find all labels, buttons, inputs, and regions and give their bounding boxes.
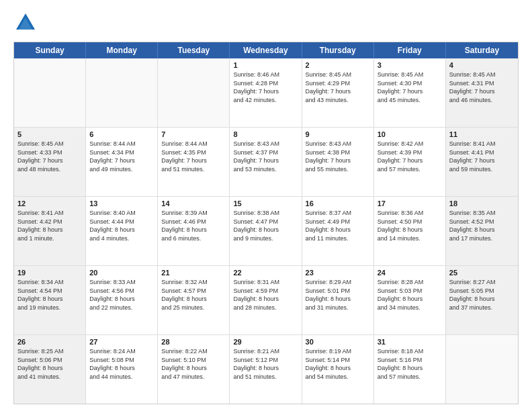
calendar-day-22: 22Sunrise: 8:31 AM Sunset: 4:59 PM Dayli…	[230, 266, 302, 334]
calendar-day-31: 31Sunrise: 8:18 AM Sunset: 5:16 PM Dayli…	[374, 335, 446, 404]
calendar-day-25: 25Sunrise: 8:27 AM Sunset: 5:05 PM Dayli…	[446, 266, 518, 334]
day-number: 1	[233, 61, 298, 69]
calendar-day-18: 18Sunrise: 8:35 AM Sunset: 4:52 PM Dayli…	[446, 197, 518, 265]
day-number: 30	[306, 338, 370, 346]
day-info: Sunrise: 8:33 AM Sunset: 4:56 PM Dayligh…	[89, 278, 154, 312]
day-info: Sunrise: 8:22 AM Sunset: 5:10 PM Dayligh…	[161, 347, 226, 381]
day-info: Sunrise: 8:24 AM Sunset: 5:08 PM Dayligh…	[89, 347, 154, 381]
calendar-day-8: 8Sunrise: 8:43 AM Sunset: 4:37 PM Daylig…	[230, 128, 302, 196]
calendar-empty-cell	[446, 335, 518, 404]
logo-icon	[13, 11, 38, 35]
calendar-day-15: 15Sunrise: 8:38 AM Sunset: 4:47 PM Dayli…	[230, 197, 302, 265]
day-number: 8	[233, 130, 298, 138]
day-number: 12	[17, 199, 82, 208]
day-number: 7	[161, 130, 226, 138]
day-number: 31	[378, 338, 442, 346]
day-number: 10	[378, 130, 442, 138]
calendar-day-19: 19Sunrise: 8:34 AM Sunset: 4:54 PM Dayli…	[14, 266, 86, 334]
day-info: Sunrise: 8:28 AM Sunset: 5:03 PM Dayligh…	[378, 278, 442, 312]
calendar-day-23: 23Sunrise: 8:29 AM Sunset: 5:01 PM Dayli…	[302, 266, 374, 334]
day-number: 25	[449, 269, 515, 277]
calendar-day-24: 24Sunrise: 8:28 AM Sunset: 5:03 PM Dayli…	[374, 266, 446, 334]
calendar-header-row: SundayMondayTuesdayWednesdayThursdayFrid…	[14, 42, 518, 58]
day-info: Sunrise: 8:41 AM Sunset: 4:42 PM Dayligh…	[17, 209, 82, 242]
logo	[13, 11, 40, 35]
calendar-day-29: 29Sunrise: 8:21 AM Sunset: 5:12 PM Dayli…	[230, 335, 302, 404]
calendar-day-9: 9Sunrise: 8:43 AM Sunset: 4:38 PM Daylig…	[302, 128, 374, 196]
calendar-day-12: 12Sunrise: 8:41 AM Sunset: 4:42 PM Dayli…	[14, 197, 86, 265]
day-info: Sunrise: 8:34 AM Sunset: 4:54 PM Dayligh…	[17, 278, 82, 312]
header	[13, 11, 519, 35]
day-number: 29	[233, 338, 298, 346]
day-info: Sunrise: 8:45 AM Sunset: 4:29 PM Dayligh…	[306, 71, 370, 104]
calendar: SundayMondayTuesdayWednesdayThursdayFrid…	[13, 42, 519, 404]
day-info: Sunrise: 8:44 AM Sunset: 4:35 PM Dayligh…	[161, 140, 226, 173]
calendar-day-13: 13Sunrise: 8:40 AM Sunset: 4:44 PM Dayli…	[86, 197, 158, 265]
day-info: Sunrise: 8:25 AM Sunset: 5:06 PM Dayligh…	[17, 347, 82, 381]
calendar-empty-cell	[86, 58, 158, 127]
calendar-week-4: 26Sunrise: 8:25 AM Sunset: 5:06 PM Dayli…	[14, 335, 518, 404]
day-number: 11	[449, 130, 515, 138]
day-info: Sunrise: 8:38 AM Sunset: 4:47 PM Dayligh…	[233, 209, 298, 242]
header-day-saturday: Saturday	[446, 42, 518, 58]
calendar-day-26: 26Sunrise: 8:25 AM Sunset: 5:06 PM Dayli…	[14, 335, 86, 404]
day-number: 5	[17, 130, 82, 138]
calendar-day-28: 28Sunrise: 8:22 AM Sunset: 5:10 PM Dayli…	[158, 335, 230, 404]
calendar-empty-cell	[14, 58, 86, 127]
calendar-day-20: 20Sunrise: 8:33 AM Sunset: 4:56 PM Dayli…	[86, 266, 158, 334]
day-info: Sunrise: 8:44 AM Sunset: 4:34 PM Dayligh…	[89, 140, 154, 173]
calendar-week-0: 1Sunrise: 8:46 AM Sunset: 4:28 PM Daylig…	[14, 58, 518, 128]
day-info: Sunrise: 8:43 AM Sunset: 4:37 PM Dayligh…	[233, 140, 298, 173]
calendar-day-21: 21Sunrise: 8:32 AM Sunset: 4:57 PM Dayli…	[158, 266, 230, 334]
header-day-wednesday: Wednesday	[230, 42, 302, 58]
day-number: 27	[89, 338, 154, 346]
day-info: Sunrise: 8:29 AM Sunset: 5:01 PM Dayligh…	[306, 278, 370, 312]
day-number: 24	[378, 269, 442, 277]
day-number: 21	[161, 269, 226, 277]
header-day-sunday: Sunday	[14, 42, 86, 58]
calendar-day-7: 7Sunrise: 8:44 AM Sunset: 4:35 PM Daylig…	[158, 128, 230, 196]
calendar-week-1: 5Sunrise: 8:45 AM Sunset: 4:33 PM Daylig…	[14, 128, 518, 197]
calendar-day-16: 16Sunrise: 8:37 AM Sunset: 4:49 PM Dayli…	[302, 197, 374, 265]
header-day-monday: Monday	[86, 42, 158, 58]
day-info: Sunrise: 8:40 AM Sunset: 4:44 PM Dayligh…	[89, 209, 154, 242]
day-number: 9	[306, 130, 370, 138]
day-info: Sunrise: 8:45 AM Sunset: 4:31 PM Dayligh…	[449, 71, 515, 104]
day-info: Sunrise: 8:45 AM Sunset: 4:33 PM Dayligh…	[17, 140, 82, 173]
day-info: Sunrise: 8:39 AM Sunset: 4:46 PM Dayligh…	[161, 209, 226, 242]
day-number: 6	[89, 130, 154, 138]
calendar-day-2: 2Sunrise: 8:45 AM Sunset: 4:29 PM Daylig…	[302, 58, 374, 127]
page: SundayMondayTuesdayWednesdayThursdayFrid…	[0, 0, 532, 411]
day-number: 28	[161, 338, 226, 346]
calendar-day-10: 10Sunrise: 8:42 AM Sunset: 4:39 PM Dayli…	[374, 128, 446, 196]
calendar-day-17: 17Sunrise: 8:36 AM Sunset: 4:50 PM Dayli…	[374, 197, 446, 265]
day-number: 22	[233, 269, 298, 277]
calendar-week-2: 12Sunrise: 8:41 AM Sunset: 4:42 PM Dayli…	[14, 197, 518, 266]
day-number: 20	[89, 269, 154, 277]
calendar-day-1: 1Sunrise: 8:46 AM Sunset: 4:28 PM Daylig…	[230, 58, 302, 127]
day-info: Sunrise: 8:35 AM Sunset: 4:52 PM Dayligh…	[449, 209, 515, 242]
day-info: Sunrise: 8:46 AM Sunset: 4:28 PM Dayligh…	[233, 71, 298, 104]
day-info: Sunrise: 8:37 AM Sunset: 4:49 PM Dayligh…	[306, 209, 370, 242]
day-number: 4	[449, 61, 515, 69]
day-info: Sunrise: 8:43 AM Sunset: 4:38 PM Dayligh…	[306, 140, 370, 173]
calendar-day-30: 30Sunrise: 8:19 AM Sunset: 5:14 PM Dayli…	[302, 335, 374, 404]
calendar-day-11: 11Sunrise: 8:41 AM Sunset: 4:41 PM Dayli…	[446, 128, 518, 196]
day-number: 16	[306, 199, 370, 208]
header-day-tuesday: Tuesday	[158, 42, 230, 58]
day-number: 17	[378, 199, 442, 208]
day-info: Sunrise: 8:18 AM Sunset: 5:16 PM Dayligh…	[378, 347, 442, 381]
day-number: 26	[17, 338, 82, 346]
day-number: 2	[306, 61, 370, 69]
day-number: 13	[89, 199, 154, 208]
calendar-day-3: 3Sunrise: 8:45 AM Sunset: 4:30 PM Daylig…	[374, 58, 446, 127]
day-number: 14	[161, 199, 226, 208]
calendar-week-3: 19Sunrise: 8:34 AM Sunset: 4:54 PM Dayli…	[14, 266, 518, 335]
day-info: Sunrise: 8:21 AM Sunset: 5:12 PM Dayligh…	[233, 347, 298, 381]
day-number: 15	[233, 199, 298, 208]
calendar-body: 1Sunrise: 8:46 AM Sunset: 4:28 PM Daylig…	[14, 58, 518, 404]
calendar-day-6: 6Sunrise: 8:44 AM Sunset: 4:34 PM Daylig…	[86, 128, 158, 196]
day-number: 18	[449, 199, 515, 208]
day-info: Sunrise: 8:36 AM Sunset: 4:50 PM Dayligh…	[378, 209, 442, 242]
day-info: Sunrise: 8:32 AM Sunset: 4:57 PM Dayligh…	[161, 278, 226, 312]
